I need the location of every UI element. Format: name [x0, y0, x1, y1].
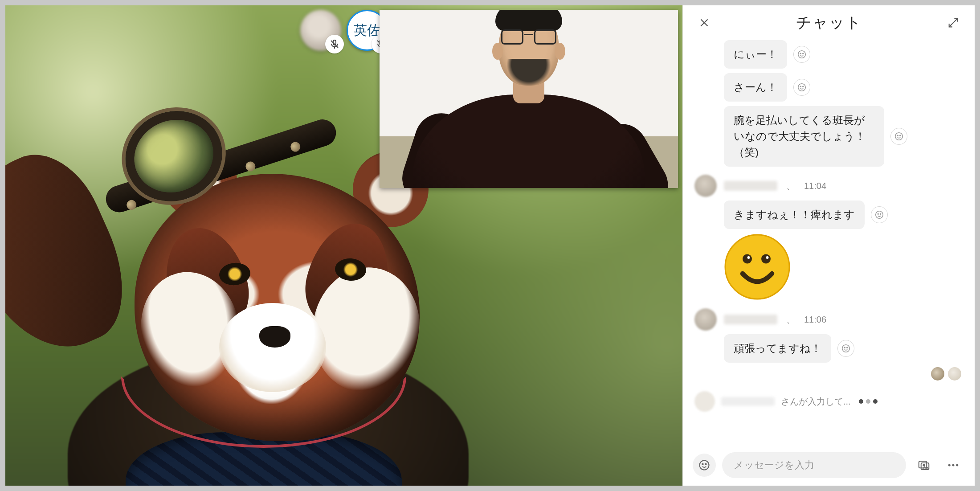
- read-avatar[interactable]: [931, 367, 944, 381]
- message-time: 11:04: [804, 181, 826, 191]
- smile-icon: [698, 459, 710, 471]
- self-view-pip[interactable]: [380, 10, 678, 188]
- svg-point-8: [798, 51, 806, 58]
- popout-chat-button[interactable]: [943, 13, 963, 33]
- popout-icon: [947, 16, 960, 29]
- muted-icon: [325, 35, 344, 53]
- meta-separator: [784, 314, 797, 326]
- sender-name: [724, 181, 777, 191]
- chat-panel: チャット にぃー！: [682, 5, 975, 486]
- svg-point-24: [761, 254, 771, 264]
- emoji-picker-button[interactable]: [693, 454, 716, 477]
- svg-point-16: [900, 135, 901, 136]
- more-options-button[interactable]: [942, 454, 965, 477]
- chat-bubble[interactable]: 頑張ってますね！: [724, 334, 831, 363]
- svg-point-22: [743, 254, 752, 264]
- svg-point-12: [800, 86, 801, 87]
- svg-point-26: [842, 345, 850, 352]
- message-row: 腕を足払いしてくる班長がいなので大丈夫でしょう！（笑): [694, 106, 963, 167]
- svg-point-18: [878, 213, 878, 214]
- message-group: 11:04 きますねぇ！！痺れます: [694, 175, 963, 300]
- chat-bubble[interactable]: さーん！: [724, 73, 787, 102]
- react-button[interactable]: [793, 79, 810, 96]
- svg-point-35: [948, 464, 951, 466]
- message-input[interactable]: [734, 459, 894, 471]
- smile-icon: [797, 49, 807, 59]
- participant-thumb-1[interactable]: [300, 10, 341, 51]
- emoji-sticker-smile[interactable]: [724, 233, 791, 300]
- chat-title: チャット: [714, 12, 943, 33]
- svg-point-25: [766, 256, 769, 259]
- message-time: 11:06: [804, 315, 826, 325]
- app-window: 英佐: [0, 0, 980, 491]
- svg-point-23: [747, 256, 750, 259]
- read-avatar[interactable]: [948, 367, 961, 381]
- svg-point-11: [798, 84, 806, 91]
- close-icon: [698, 17, 710, 29]
- svg-point-27: [844, 347, 845, 348]
- react-button[interactable]: [890, 128, 907, 145]
- compose-bar: [683, 445, 975, 486]
- message-group: 11:06 頑張ってますね！: [694, 308, 963, 381]
- svg-point-30: [702, 464, 703, 465]
- svg-point-28: [847, 347, 848, 348]
- attach-media-button[interactable]: [912, 454, 935, 477]
- more-horizontal-icon: [947, 458, 960, 472]
- typing-dots-icon: [859, 399, 878, 404]
- react-button[interactable]: [837, 340, 854, 357]
- pip-video: [380, 10, 678, 188]
- meta-separator: [784, 180, 797, 192]
- svg-point-15: [897, 135, 898, 136]
- smile-icon: [841, 344, 851, 353]
- typing-indicator: さんが入力して...: [694, 389, 963, 416]
- svg-point-36: [952, 464, 955, 466]
- chat-bubble[interactable]: 腕を足払いしてくる班長がいなので大丈夫でしょう！（笑): [724, 106, 884, 167]
- chat-bubble[interactable]: にぃー！: [724, 40, 787, 69]
- chat-bubble[interactable]: きますねぇ！！痺れます: [724, 200, 865, 229]
- message-row: きますねぇ！！痺れます: [694, 200, 963, 229]
- avatar: [694, 391, 715, 412]
- avatar[interactable]: [694, 175, 717, 197]
- svg-point-13: [803, 86, 804, 87]
- presenter-figure: [413, 10, 645, 188]
- smile-icon: [797, 82, 807, 92]
- sender-name: [724, 315, 777, 324]
- svg-point-14: [895, 133, 903, 140]
- read-receipts: [694, 367, 963, 381]
- svg-point-29: [700, 461, 709, 470]
- close-chat-button[interactable]: [694, 13, 714, 33]
- svg-rect-32: [919, 461, 927, 468]
- image-icon: [917, 458, 931, 472]
- svg-point-17: [876, 211, 883, 219]
- message-row: にぃー！: [694, 40, 963, 69]
- svg-point-37: [956, 464, 958, 466]
- avatar[interactable]: [694, 308, 717, 331]
- smile-icon: [894, 131, 904, 141]
- message-row: 頑張ってますね！: [694, 334, 963, 363]
- message-meta: 11:04: [694, 175, 963, 197]
- participant-thumbnails: 英佐: [300, 10, 388, 51]
- svg-point-31: [705, 464, 706, 465]
- svg-point-34: [923, 464, 924, 466]
- chat-scroll[interactable]: にぃー！ さーん！ 腕を足払いしてく: [683, 40, 975, 445]
- chat-header: チャット: [683, 5, 975, 40]
- typing-text: さんが入力して...: [781, 396, 851, 408]
- smile-icon: [874, 210, 884, 220]
- video-stage: 英佐: [5, 5, 682, 486]
- svg-point-19: [880, 213, 881, 214]
- svg-point-9: [800, 53, 801, 54]
- message-row: さーん！: [694, 73, 963, 102]
- react-button[interactable]: [793, 46, 810, 63]
- message-input-wrap: [722, 452, 906, 478]
- react-button[interactable]: [871, 206, 888, 223]
- svg-point-10: [803, 53, 804, 54]
- message-group: にぃー！ さーん！ 腕を足払いしてく: [694, 40, 963, 167]
- message-meta: 11:06: [694, 308, 963, 331]
- typing-name: [721, 397, 775, 406]
